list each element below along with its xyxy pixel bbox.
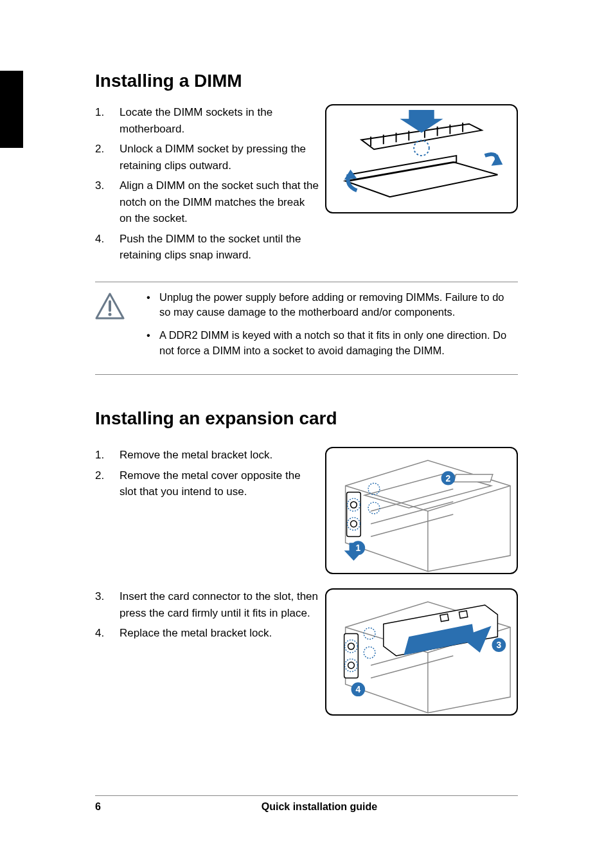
list-item: 4.Replace the metal bracket lock.	[95, 625, 319, 642]
svg-marker-0	[344, 170, 357, 180]
dimm-install-figure	[325, 104, 518, 213]
svg-point-16	[350, 502, 357, 508]
note-text: Unplug the power supply before adding or…	[159, 290, 518, 321]
step-number: 1.	[95, 447, 120, 464]
heading-installing-dimm: Installing a DIMM	[95, 71, 518, 91]
svg-point-17	[350, 521, 357, 527]
caution-note-box: •Unplug the power supply before adding o…	[95, 282, 518, 375]
svg-rect-29	[344, 634, 359, 678]
step-text: Push the DIMM to the socket until the re…	[120, 231, 319, 264]
svg-point-35	[364, 647, 375, 658]
svg-point-11	[414, 140, 429, 156]
list-item: 4.Push the DIMM to the socket until the …	[95, 231, 319, 264]
svg-point-25	[368, 502, 380, 514]
list-item: 3.Align a DIMM on the socket such that t…	[95, 177, 319, 227]
bullet-icon: •	[138, 290, 159, 321]
step-text: Locate the DIMM sockets in the motherboa…	[120, 104, 319, 137]
svg-point-30	[348, 643, 355, 649]
step-number: 1.	[95, 104, 120, 137]
list-item: 1.Remove the metal bracket lock.	[95, 447, 319, 464]
figure-label-3: 3	[497, 640, 502, 650]
svg-rect-15	[347, 493, 361, 537]
caution-icon	[95, 290, 125, 367]
note-item: •A DDR2 DIMM is keyed with a notch so th…	[138, 328, 518, 359]
svg-rect-26	[440, 614, 449, 622]
dimm-steps-list: 1.Locate the DIMM sockets in the motherb…	[95, 104, 319, 264]
bullet-icon: •	[138, 328, 159, 359]
step-text: Insert the card connector to the slot, t…	[120, 588, 319, 621]
list-item: 2.Remove the metal cover opposite the sl…	[95, 467, 319, 500]
expansion-steps-list-a: 1.Remove the metal bracket lock. 2.Remov…	[95, 447, 319, 500]
expansion-figure-1: 1 2	[325, 447, 518, 574]
step-number: 3.	[95, 177, 120, 227]
step-text: Remove the metal cover opposite the slot…	[120, 467, 319, 500]
figure-label-1: 1	[355, 543, 360, 553]
list-item: 2.Unlock a DIMM socket by pressing the r…	[95, 141, 319, 174]
footer-divider	[95, 795, 518, 796]
figure-label-2: 2	[446, 473, 451, 484]
step-number: 2.	[95, 141, 120, 174]
svg-rect-27	[459, 611, 467, 619]
footer-title: Quick installation guide	[121, 801, 518, 813]
expansion-figure-2: 3 4	[325, 588, 518, 716]
step-number: 2.	[95, 467, 120, 500]
svg-rect-20	[454, 475, 493, 482]
step-number: 4.	[95, 231, 120, 264]
step-text: Remove the metal bracket lock.	[120, 447, 272, 464]
step-text: Align a DIMM on the socket such that the…	[120, 177, 319, 227]
list-item: 1.Locate the DIMM sockets in the motherb…	[95, 104, 319, 137]
expansion-steps-list-b: 3.Insert the card connector to the slot,…	[95, 588, 319, 642]
note-item: •Unplug the power supply before adding o…	[138, 290, 518, 321]
page-number: 6	[95, 801, 121, 813]
step-text: Replace the metal bracket lock.	[120, 625, 272, 642]
step-text: Unlock a DIMM socket by pressing the ret…	[120, 141, 319, 174]
step-number: 4.	[95, 625, 120, 642]
list-item: 3.Insert the card connector to the slot,…	[95, 588, 319, 621]
svg-point-14	[109, 312, 112, 316]
heading-installing-expansion: Installing an expansion card	[95, 408, 518, 429]
figure-label-4: 4	[355, 684, 360, 694]
svg-point-31	[348, 662, 355, 669]
step-number: 3.	[95, 588, 120, 621]
note-text: A DDR2 DIMM is keyed with a notch so tha…	[159, 328, 518, 359]
